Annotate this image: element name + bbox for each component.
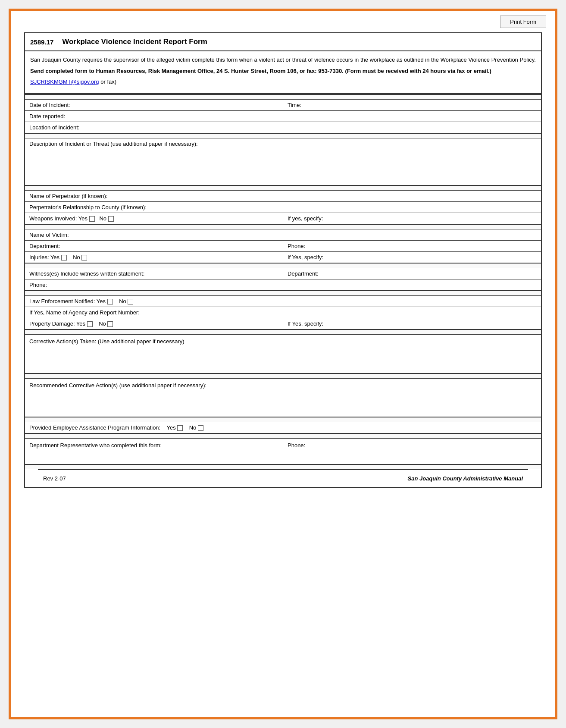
victim-dept-label: Department: <box>29 243 60 249</box>
corrective-action-cell: Corrective Action(s) Taken: (Use additio… <box>25 335 541 373</box>
witness-phone-row: Phone: <box>25 279 541 291</box>
victim-phone-input[interactable] <box>307 243 482 249</box>
property-damage-cell: Property Damage: Yes No <box>25 318 283 330</box>
date-of-incident-input[interactable] <box>72 102 221 108</box>
victim-dept-cell: Department: <box>25 241 283 252</box>
form-container: 2589.17 Workplace Violence Incident Repo… <box>24 32 542 488</box>
dept-rep-phone-input[interactable] <box>307 442 482 449</box>
injuries-no-label: No <box>73 254 80 260</box>
weapons-no-label: No <box>99 215 106 222</box>
intro-paragraph1: San Joaquin County requires the supervis… <box>30 56 536 64</box>
eap-yes-checkbox[interactable] <box>177 425 183 431</box>
dept-rep-phone-cell: Phone: <box>283 439 541 464</box>
property-damage-yes-checkbox[interactable] <box>87 321 93 327</box>
witness-cell: Witness(es) Include witness written stat… <box>25 268 283 279</box>
spacer-6 <box>25 291 541 296</box>
time-label: Time: <box>288 102 301 108</box>
witness-dept-cell: Department: <box>283 268 541 279</box>
property-damage-specify-label: If Yes, specify: <box>288 320 323 327</box>
weapons-specify-input[interactable] <box>325 215 487 222</box>
property-damage-specify-cell: If Yes, specify: <box>283 318 541 330</box>
injuries-label: Injuries: Yes <box>29 254 59 260</box>
weapons-specify-cell: If yes, specify: <box>283 213 541 225</box>
spacer-7 <box>25 329 541 335</box>
injuries-specify-cell: If Yes, specify: <box>283 252 541 264</box>
perpetrator-name-input[interactable] <box>109 193 464 199</box>
intro-paragraph3-suffix: or fax) <box>99 78 116 85</box>
perpetrator-relationship-input[interactable] <box>148 204 453 210</box>
witness-phone-input[interactable] <box>49 282 455 288</box>
date-reported-input[interactable] <box>67 113 473 119</box>
form-header: 2589.17 Workplace Violence Incident Repo… <box>25 33 541 51</box>
property-damage-no-label: No <box>99 320 106 327</box>
injuries-specify-label: If Yes, specify: <box>288 254 323 260</box>
spacer-4 <box>25 224 541 229</box>
witness-dept-label: Department: <box>288 270 319 277</box>
spacer-2 <box>25 133 541 138</box>
spacer-3 <box>25 185 541 191</box>
property-damage-no-checkbox[interactable] <box>107 321 113 327</box>
date-time-row: Date of Incident: Time: <box>25 99 541 110</box>
employee-assistance-label: Provided Employee Assistance Program Inf… <box>29 424 160 431</box>
injuries-specify-input[interactable] <box>325 254 487 260</box>
description-label: Description of Incident or Threat (use a… <box>29 141 537 147</box>
recommended-corrective-cell: Recommended Corrective Action(s) (use ad… <box>25 378 541 417</box>
victim-name-input[interactable] <box>70 232 451 238</box>
time-cell: Time: <box>283 99 541 110</box>
location-row: Location of Incident: <box>25 122 541 133</box>
property-damage-specify-input[interactable] <box>325 320 475 327</box>
time-input[interactable] <box>303 102 478 108</box>
law-enforcement-cell: Law Enforcement Notified: Yes No <box>25 296 541 307</box>
law-enforcement-no-checkbox[interactable] <box>128 299 133 304</box>
victim-name-label: Name of Victim: <box>29 232 69 238</box>
witness-dept-row: Witness(es) Include witness written stat… <box>25 268 541 279</box>
weapons-yes-checkbox[interactable] <box>89 216 95 222</box>
date-of-incident-cell: Date of Incident: <box>25 99 283 110</box>
perpetrator-name-row: Name of Perpetrator (if known): <box>25 191 541 202</box>
law-enforcement-yes-checkbox[interactable] <box>107 299 113 304</box>
dept-rep-cell: Department Representative who completed … <box>25 439 283 464</box>
weapons-no-checkbox[interactable] <box>108 216 114 222</box>
property-damage-label: Property Damage: Yes <box>29 320 85 327</box>
victim-name-row: Name of Victim: <box>25 229 541 241</box>
corrective-action-label: Corrective Action(s) Taken: (Use additio… <box>29 338 184 345</box>
employee-assistance-row: Provided Employee Assistance Program Inf… <box>25 422 541 434</box>
dept-rep-label: Department Representative who completed … <box>29 442 162 449</box>
form-number: 2589.17 <box>30 38 53 46</box>
weapons-cell: Weapons Involved: Yes No <box>25 213 283 225</box>
eap-yes-label: Yes <box>166 424 175 431</box>
injuries-yes-checkbox[interactable] <box>61 255 67 260</box>
victim-dept-phone-row: Department: Phone: <box>25 241 541 252</box>
description-cell: Description of Incident or Threat (use a… <box>25 138 541 185</box>
eap-no-checkbox[interactable] <box>198 425 203 431</box>
form-fields-table: Date of Incident: Time: Date reported: <box>25 94 541 469</box>
injuries-cell: Injuries: Yes No <box>25 252 283 264</box>
page-wrapper: Print Form 2589.17 Workplace Violence In… <box>9 9 557 719</box>
spacer-10 <box>25 433 541 439</box>
perpetrator-relationship-label: Perpetrator's Relationship to County (if… <box>29 204 147 210</box>
description-row: Description of Incident or Threat (use a… <box>25 138 541 185</box>
victim-phone-cell: Phone: <box>283 241 541 252</box>
print-button-area: Print Form <box>11 11 555 32</box>
perpetrator-name-cell: Name of Perpetrator (if known): <box>25 191 541 202</box>
agency-report-input[interactable] <box>141 309 445 316</box>
print-form-button[interactable]: Print Form <box>500 16 546 28</box>
spacer-11 <box>25 464 541 469</box>
form-footer: Rev 2-07 San Joaquin County Administrati… <box>38 469 528 487</box>
location-label: Location of Incident: <box>29 124 79 131</box>
intro-paragraph2: Send completed form to Human Resources, … <box>30 68 491 74</box>
intro-email-link[interactable]: SJCRISKMGMT@sjgov.org <box>30 78 99 85</box>
law-enforcement-row: Law Enforcement Notified: Yes No <box>25 296 541 307</box>
injuries-no-checkbox[interactable] <box>81 255 87 260</box>
victim-dept-input[interactable] <box>62 243 236 249</box>
spacer-5 <box>25 263 541 268</box>
agency-report-cell: If Yes, Name of Agency and Report Number… <box>25 307 541 318</box>
weapons-row: Weapons Involved: Yes No If yes, specify… <box>25 213 541 225</box>
spacer-9 <box>25 417 541 422</box>
witness-phone-label: Phone: <box>29 282 47 288</box>
perpetrator-name-label: Name of Perpetrator (if known): <box>29 193 107 199</box>
witness-label: Witness(es) Include witness written stat… <box>29 270 144 277</box>
location-input[interactable] <box>81 124 487 131</box>
witness-dept-input[interactable] <box>320 270 482 277</box>
dept-rep-phone-label: Phone: <box>288 442 305 449</box>
